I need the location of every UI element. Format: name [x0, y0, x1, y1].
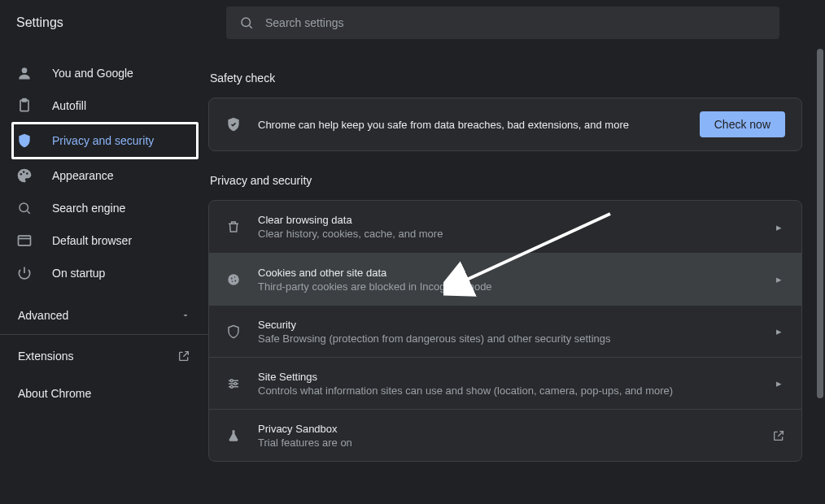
sidebar-item-label: You and Google: [52, 67, 133, 80]
row-security[interactable]: Security Safe Browsing (protection from …: [209, 305, 801, 357]
flask-icon: [225, 428, 242, 444]
sidebar-item-label: Appearance: [52, 169, 114, 182]
sidebar-item-search-engine[interactable]: Search engine: [0, 192, 208, 224]
svg-line-1: [249, 25, 251, 28]
svg-point-16: [232, 280, 234, 282]
row-cookies[interactable]: Cookies and other site data Third-party …: [209, 253, 801, 305]
svg-point-8: [20, 203, 28, 212]
browser-icon: [16, 232, 33, 249]
search-bar[interactable]: [226, 7, 779, 39]
sidebar-item-you-and-google[interactable]: You and Google: [0, 57, 208, 89]
svg-point-22: [230, 385, 233, 388]
sidebar-item-default-browser[interactable]: Default browser: [0, 224, 208, 257]
check-now-button[interactable]: Check now: [700, 111, 785, 137]
svg-point-5: [20, 173, 23, 176]
row-subtitle: Clear history, cookies, cache, and more: [258, 228, 756, 240]
about-label: About Chrome: [18, 387, 91, 400]
page-title: Settings: [16, 15, 226, 30]
chevron-right-icon: ▸: [772, 221, 785, 233]
sidebar: You and Google Autofill Privacy and secu…: [0, 46, 208, 504]
sidebar-item-privacy-security[interactable]: Privacy and security: [11, 122, 199, 159]
svg-rect-10: [19, 236, 31, 245]
content-area: Safety check Chrome can help keep you sa…: [208, 46, 825, 504]
row-title: Security: [258, 319, 756, 331]
tune-icon: [225, 376, 242, 392]
shield-icon: [16, 133, 33, 149]
row-subtitle: Controls what information sites can use …: [258, 385, 756, 397]
scrollbar[interactable]: [817, 49, 823, 398]
row-subtitle: Safe Browsing (protection from dangerous…: [258, 332, 756, 345]
row-subtitle: Trial features are on: [258, 437, 756, 449]
extensions-label: Extensions: [18, 350, 73, 363]
svg-point-20: [230, 379, 233, 381]
privacy-security-title: Privacy and security: [210, 174, 802, 187]
row-title: Site Settings: [258, 371, 756, 383]
svg-point-2: [22, 67, 28, 73]
row-subtitle: Third-party cookies are blocked in Incog…: [258, 280, 756, 293]
search-icon: [239, 15, 254, 30]
row-privacy-sandbox[interactable]: Privacy Sandbox Trial features are on: [209, 409, 801, 461]
svg-point-7: [26, 172, 28, 175]
chevron-down-icon: [181, 311, 190, 320]
svg-line-9: [27, 211, 29, 213]
svg-point-13: [231, 277, 233, 279]
power-icon: [16, 265, 33, 281]
search-input[interactable]: [265, 16, 766, 29]
svg-point-12: [228, 274, 239, 285]
shield-check-icon: [225, 116, 242, 133]
external-link-icon: [177, 350, 190, 363]
external-link-icon: [772, 429, 785, 442]
safety-check-text: Chrome can help keep you safe from data …: [258, 119, 683, 131]
shield-icon: [225, 324, 242, 340]
privacy-security-card: Clear browsing data Clear history, cooki…: [208, 200, 802, 462]
cookie-icon: [225, 272, 242, 288]
chevron-right-icon: ▸: [772, 273, 785, 285]
svg-point-21: [234, 382, 237, 385]
clipboard-icon: [16, 98, 33, 114]
row-title: Privacy Sandbox: [258, 423, 756, 435]
search-icon: [16, 200, 33, 216]
sidebar-item-label: On startup: [52, 267, 105, 280]
palette-icon: [16, 167, 33, 184]
safety-check-card: Chrome can help keep you safe from data …: [208, 98, 802, 151]
sidebar-item-label: Default browser: [52, 234, 132, 247]
sidebar-item-autofill[interactable]: Autofill: [0, 89, 208, 122]
sidebar-item-on-startup[interactable]: On startup: [0, 257, 208, 289]
row-clear-browsing-data[interactable]: Clear browsing data Clear history, cooki…: [209, 201, 801, 253]
advanced-label: Advanced: [18, 309, 68, 322]
sidebar-extensions[interactable]: Extensions: [0, 340, 208, 372]
sidebar-advanced[interactable]: Advanced: [0, 296, 208, 335]
sidebar-item-appearance[interactable]: Appearance: [0, 159, 208, 192]
sidebar-about[interactable]: About Chrome: [0, 377, 208, 410]
sidebar-item-label: Search engine: [52, 202, 125, 215]
row-site-settings[interactable]: Site Settings Controls what information …: [209, 357, 801, 409]
svg-point-15: [234, 280, 236, 281]
svg-point-6: [23, 171, 25, 173]
sidebar-item-label: Autofill: [52, 99, 86, 112]
row-title: Cookies and other site data: [258, 267, 756, 279]
row-title: Clear browsing data: [258, 214, 756, 226]
svg-point-0: [242, 18, 251, 27]
chevron-right-icon: ▸: [772, 325, 785, 337]
safety-check-title: Safety check: [210, 72, 802, 85]
svg-rect-4: [23, 99, 27, 102]
person-icon: [16, 65, 33, 81]
trash-icon: [225, 219, 242, 235]
svg-point-14: [234, 276, 236, 278]
sidebar-item-label: Privacy and security: [52, 134, 154, 147]
chevron-right-icon: ▸: [772, 377, 785, 389]
